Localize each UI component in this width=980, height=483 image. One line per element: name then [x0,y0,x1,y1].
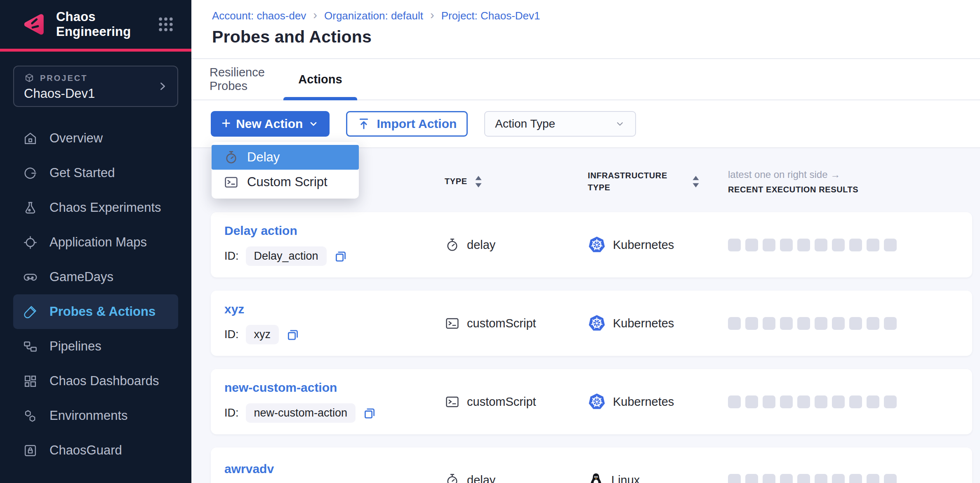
terminal-icon [224,175,239,190]
execution-result-placeholder [745,317,758,330]
import-action-button[interactable]: Import Action [346,111,468,137]
recent-execution-results [728,474,972,483]
recent-execution-results [728,395,972,408]
copy-icon[interactable] [286,328,300,342]
execution-result-placeholder [797,317,810,330]
brand-accent-line [0,49,191,52]
execution-result-placeholder [763,474,775,483]
infrastructure-value: Linux [611,474,640,483]
execution-result-placeholder [763,395,775,408]
header-recent-execution-results: latest one on right side → RECENT EXECUT… [728,169,972,194]
action-type-select[interactable]: Action Type [484,111,636,137]
breadcrumb-organization-link[interactable]: Organization: default [324,9,423,22]
action-type-label: Action Type [495,117,555,130]
execution-result-placeholder [728,474,741,483]
probe-icon [23,304,38,320]
execution-result-placeholder [884,239,897,251]
copy-icon[interactable] [334,249,348,263]
sidebar-item-label: GameDays [49,270,113,284]
sidebar-item-chaos-experiments[interactable]: Chaos Experiments [13,190,178,225]
action-id-row: ID: xyz [224,325,445,344]
execution-result-placeholder [815,395,827,408]
sidebar-item-chaos-dashboards[interactable]: Chaos Dashboards [13,364,178,398]
tab-resilience-probes[interactable]: Resilience Probes [210,59,277,99]
action-name-link[interactable]: new-custom-action [224,381,445,395]
action-type-value: delay [467,474,495,483]
action-row[interactable]: xyz ID: xyz customScript [211,291,972,356]
project-selector[interactable]: PROJECT Chaos-Dev1 [13,66,178,107]
action-id-row: ID: new-custom-action [224,403,445,423]
new-action-button[interactable]: + New Action [211,111,330,137]
infrastructure-cell: Kubernetes [588,393,728,411]
sidebar: Chaos Engineering PROJECT Chaos-Dev1 Ove… [0,0,191,483]
execution-result-placeholder [884,474,897,483]
sidebar-item-chaosguard[interactable]: ChaosGuard [13,433,178,468]
project-name: Chaos-Dev1 [24,86,167,101]
execution-result-placeholder [849,474,862,483]
import-icon [357,117,370,130]
sidebar-item-overview[interactable]: Overview [13,121,178,156]
sort-icon[interactable] [691,175,700,189]
action-type-cell: delay [445,237,588,253]
sidebar-item-get-started[interactable]: Get Started [13,156,178,190]
execution-result-placeholder [763,317,775,330]
execution-result-placeholder [728,317,741,330]
action-type-cell: delay [445,473,588,483]
sidebar-item-label: Application Maps [49,235,147,250]
breadcrumb-separator: › [430,8,434,22]
sidebar-item-label: Chaos Dashboards [49,374,159,388]
action-row[interactable]: new-custom-action ID: new-custom-action … [211,369,972,434]
sidebar-item-label: ChaosGuard [49,443,122,458]
home-icon [23,131,38,146]
dropdown-item-label: Delay [247,150,280,165]
copy-icon[interactable] [363,406,377,420]
execution-result-placeholder [745,395,758,408]
header-results-label: RECENT EXECUTION RESULTS [728,185,858,194]
id-value: new-custom-action [246,403,356,423]
sidebar-item-pipelines[interactable]: Pipelines [13,329,178,364]
dropdown-item-custom-script[interactable]: Custom Script [212,170,359,194]
sidebar-item-gamedays[interactable]: GameDays [13,260,178,294]
sort-icon[interactable] [474,175,483,189]
execution-result-placeholder [780,474,793,483]
execution-result-placeholder [849,239,862,251]
linux-icon [588,472,604,483]
toolbar: + New Action Import Action Action Type [191,100,980,148]
action-name-link[interactable]: Delay action [224,224,445,238]
pipeline-icon [23,339,38,354]
sidebar-item-label: Get Started [49,166,115,180]
recent-execution-results [728,317,972,330]
execution-result-placeholder [797,474,810,483]
action-name-cell: xyz ID: xyz [224,302,445,344]
kubernetes-icon [588,236,606,254]
sidebar-item-label: Chaos Experiments [49,200,161,215]
sidebar-item-label: Overview [49,131,103,146]
progress-circle-icon [23,166,38,181]
sidebar-item-environments[interactable]: Environments [13,398,178,433]
execution-result-placeholder [780,395,793,408]
sidebar-item-label: Environments [49,408,128,423]
dashboard-icon [23,374,38,389]
action-name-link[interactable]: awrvadv [224,462,445,476]
action-row[interactable]: Delay action ID: Delay_action delay [211,212,972,277]
action-name-cell: Delay action ID: Delay_action [224,224,445,266]
breadcrumb-account-link[interactable]: Account: chaos-dev [212,9,306,22]
sidebar-item-application-maps[interactable]: Application Maps [13,225,178,260]
tab-actions[interactable]: Actions [283,59,357,99]
infrastructure-value: Kubernetes [613,317,674,330]
chevron-right-icon [157,80,168,92]
dropdown-item-delay[interactable]: Delay [212,145,359,170]
module-switcher-icon[interactable] [157,15,175,33]
action-name-link[interactable]: xyz [224,302,445,316]
execution-result-placeholder [815,317,827,330]
action-row[interactable]: awrvadv delay [211,447,972,483]
action-type-value: delay [467,238,495,252]
execution-result-placeholder [884,317,897,330]
action-type-value: customScript [467,317,536,330]
chevron-down-icon [308,118,319,129]
action-name-cell: new-custom-action ID: new-custom-action [224,381,445,423]
sidebar-item-probes-and-actions[interactable]: Probes & Actions [13,294,178,329]
breadcrumb-project-link[interactable]: Project: Chaos-Dev1 [441,9,540,22]
breadcrumb-separator: › [313,8,317,22]
kubernetes-icon [588,314,606,332]
